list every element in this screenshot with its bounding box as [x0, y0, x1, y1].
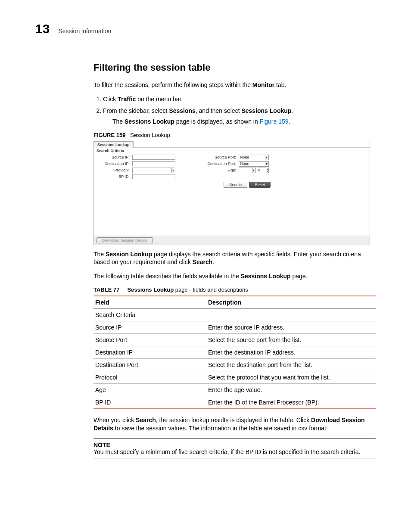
- step-1: Click Traffic on the menu bar.: [103, 95, 376, 103]
- text: Click: [103, 96, 118, 103]
- field-cell: Source Port: [93, 334, 206, 346]
- destination-ip-input[interactable]: [132, 161, 175, 166]
- table-row: Destination PortSelect the destination p…: [93, 359, 376, 371]
- description-cell: Enter the age value.: [206, 384, 376, 396]
- table-number: TABLE 77: [93, 286, 119, 293]
- description-cell: Enter the ID of the Barrel Processor (BP…: [206, 396, 376, 409]
- breadcrumb: Session information: [58, 28, 111, 34]
- download-session-details-button[interactable]: Download Session Details: [97, 237, 153, 243]
- sessions-lookup-page: Sessions Lookup: [125, 118, 174, 125]
- protocol-label: Protocol:: [98, 168, 131, 172]
- source-port-select[interactable]: None: [239, 155, 269, 160]
- figure-session-lookup: Sessions Lookup Search Criteria Source I…: [93, 141, 370, 245]
- page-title: Filtering the session table: [93, 62, 376, 73]
- table-row: Source IPEnter the source IP address.: [93, 321, 376, 334]
- description-cell: Select the protocol that you want from t…: [206, 371, 376, 384]
- destination-port-select[interactable]: None: [239, 161, 269, 167]
- step-2: From the sidebar, select Sessions, and t…: [103, 107, 376, 126]
- note-text: You must specify a minimum of five searc…: [93, 448, 376, 455]
- field-cell: Protocol: [93, 371, 206, 384]
- content: Filtering the session table To filter th…: [93, 62, 376, 458]
- age-select[interactable]: [239, 168, 256, 173]
- search-action: Search: [193, 258, 213, 265]
- description-cell: Enter the destination IP address.: [206, 346, 376, 359]
- text: The: [93, 251, 106, 258]
- after-figure-p2: The following table describes the fields…: [93, 272, 376, 280]
- text: tab.: [274, 81, 286, 88]
- text: to save the session values. The informat…: [113, 425, 328, 432]
- text: , the session lookup results is displaye…: [156, 417, 311, 423]
- intro-paragraph: To filter the sessions, perform the foll…: [93, 81, 376, 89]
- table-title-rest: page - fields and descriptions: [174, 286, 248, 293]
- figure-link[interactable]: Figure 159: [260, 118, 289, 125]
- table-caption: TABLE 77 Sessions Lookup page - fields a…: [93, 286, 376, 293]
- text: .: [291, 107, 293, 114]
- search-action-2: Search: [136, 417, 156, 423]
- text: page is displayed, as shown in: [174, 118, 260, 125]
- fieldset: Search Criteria Source IP: Source Port: …: [94, 147, 370, 188]
- table-title-bold: Sessions Lookup: [128, 286, 174, 293]
- fields-descriptions-table: Field Description Search CriteriaSource …: [93, 296, 376, 409]
- source-port-label: Source Port:: [205, 155, 237, 159]
- table-row: Source PortSelect the source port from t…: [93, 334, 376, 346]
- sessions-lookup-sidebar: Sessions Lookup: [241, 107, 291, 114]
- traffic-menu: Traffic: [118, 96, 136, 103]
- figure-footer: Download Session Details: [94, 236, 370, 245]
- table-row: Destination IPEnter the destination IP a…: [93, 346, 376, 359]
- bp-id-input[interactable]: [132, 174, 175, 179]
- sessions-lookup-page-ref: Sessions Lookup: [241, 273, 291, 280]
- destination-ip-label: Destination IP:: [98, 162, 131, 166]
- description-cell: [206, 309, 376, 321]
- text: .: [289, 118, 290, 125]
- age-spinner[interactable]: 0: [257, 168, 269, 173]
- session-lookup-page: Session Lookup: [106, 251, 152, 258]
- text: To filter the sessions, perform the foll…: [93, 81, 252, 88]
- field-cell: Age: [93, 384, 206, 396]
- text: When you click: [93, 417, 136, 423]
- search-button[interactable]: Search: [224, 182, 247, 188]
- bp-id-label: BP ID:: [98, 174, 131, 179]
- figure-caption: FIGURE 159 Session Lookup: [93, 132, 376, 138]
- field-cell: Search Criteria: [93, 309, 206, 321]
- monitor-tab-name: Monitor: [252, 81, 274, 88]
- protocol-select[interactable]: [132, 168, 175, 173]
- step-2-sub: The Sessions Lookup page is displayed, a…: [112, 118, 376, 126]
- field-cell: Destination IP: [93, 346, 206, 359]
- reset-button[interactable]: Reset: [249, 182, 271, 188]
- page: 13 Session information Filtering the ses…: [18, 0, 393, 493]
- page-header: 13 Session information: [35, 22, 376, 36]
- chapter-number: 13: [35, 22, 50, 36]
- age-label: Age:: [205, 168, 237, 172]
- text: on the menu bar.: [136, 96, 183, 103]
- source-ip-label: Source IP:: [98, 155, 131, 159]
- text: page.: [291, 273, 308, 280]
- steps-list: Click Traffic on the menu bar. From the …: [93, 95, 376, 126]
- description-cell: Select the destination port from the lis…: [206, 359, 376, 371]
- note-title: NOTE: [93, 442, 376, 448]
- text: .: [212, 258, 214, 265]
- after-figure-p1: The Session Lookup page displays the sea…: [93, 250, 376, 267]
- field-cell: BP ID: [93, 396, 206, 409]
- description-cell: Select the source port from the list.: [206, 334, 376, 346]
- destination-port-label: Destination Port:: [205, 162, 237, 166]
- tab-sessions-lookup[interactable]: Sessions Lookup: [93, 141, 134, 148]
- col-description: Description: [206, 296, 376, 309]
- table-row: Search Criteria: [93, 309, 376, 321]
- source-ip-input[interactable]: [132, 155, 175, 160]
- figure-title: Session Lookup: [130, 132, 170, 138]
- field-cell: Destination Port: [93, 359, 206, 371]
- sessions-sidebar: Sessions: [169, 107, 195, 114]
- field-cell: Source IP: [93, 321, 206, 334]
- note-block: NOTE You must specify a minimum of five …: [93, 439, 376, 458]
- col-field: Field: [93, 296, 206, 309]
- text: The: [112, 118, 125, 125]
- text: The following table describes the fields…: [93, 273, 241, 280]
- table-row: BP IDEnter the ID of the Barrel Processo…: [93, 396, 376, 409]
- search-criteria-grid: Source IP: Source Port: None Destination…: [94, 155, 370, 179]
- figure-button-row: Search Reset: [94, 179, 370, 188]
- text: From the sidebar, select: [103, 107, 169, 114]
- fieldset-label: Search Criteria: [94, 148, 370, 155]
- after-table-paragraph: When you click Search, the session looku…: [93, 416, 376, 432]
- description-cell: Enter the source IP address.: [206, 321, 376, 334]
- text: , and then select: [196, 107, 242, 114]
